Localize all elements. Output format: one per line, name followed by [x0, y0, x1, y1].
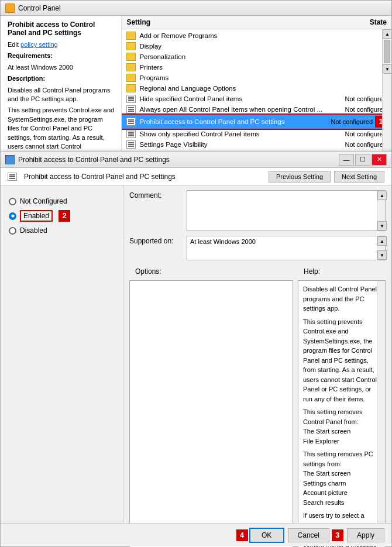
comment-scrollbar[interactable]: ▲ ▼ [377, 191, 385, 231]
minimize-button[interactable]: — [339, 154, 354, 166]
radio-not-configured-input[interactable] [9, 198, 16, 205]
comment-scroll-up[interactable]: ▲ [377, 191, 387, 200]
item-state: Not configured [322, 141, 387, 148]
list-item[interactable]: Settings Page VisibilityNot configured [122, 139, 391, 150]
policy-link[interactable]: policy setting [20, 41, 58, 48]
radio-disabled[interactable]: Disabled [9, 226, 115, 235]
requirements-title: Requirements: [8, 52, 53, 59]
nav-buttons: Previous Setting Next Setting [269, 171, 384, 183]
requirements-value: At least Windows 2000 [8, 63, 114, 72]
comment-scroll-down[interactable]: ▼ [377, 221, 387, 231]
policy-icon [126, 140, 136, 149]
list-item[interactable]: Regional and Language Options [122, 83, 391, 94]
supported-field: At least Windows 2000 ▲ ▼ [187, 236, 386, 260]
scroll-thumb[interactable] [384, 40, 390, 63]
supported-row: Supported on: At least Windows 2000 ▲ ▼ [129, 236, 386, 260]
folder-icon [126, 74, 136, 82]
badge-2: 2 [59, 210, 70, 222]
dialog-title: Prohibit access to Control Panel and PC … [18, 156, 335, 164]
list-item[interactable]: Show only specified Control Panel itemsN… [122, 129, 391, 139]
comment-textarea[interactable] [187, 191, 385, 209]
list-item[interactable]: Add or Remove Programs [122, 30, 391, 41]
folder-icon [126, 84, 136, 92]
item-state: Not configured [322, 95, 387, 102]
folder-icon [126, 53, 136, 61]
next-setting-button[interactable]: Next Setting [334, 171, 384, 183]
list-item[interactable]: Display [122, 41, 391, 51]
dialog-body: Not Configured Enabled 2 Disabled [1, 185, 391, 524]
supported-label: Supported on: [129, 236, 182, 245]
list-item[interactable]: Always open All Control Panel Items when… [122, 104, 391, 115]
item-label: Display [139, 43, 322, 50]
dialog-subtitle-icon [8, 173, 17, 181]
folder-icon [126, 42, 136, 50]
item-label: Show only specified Control Panel items [139, 130, 322, 137]
policy-icon [126, 130, 136, 138]
dialog-icon [5, 155, 15, 164]
radio-enabled-input[interactable] [9, 212, 16, 220]
apply-button[interactable]: Apply [347, 528, 384, 542]
comment-field[interactable]: ▲ ▼ [187, 190, 386, 231]
window-controls: — ☐ ✕ [339, 154, 387, 166]
radio-group: Not Configured Enabled 2 Disabled [9, 197, 115, 235]
item-label: Settings Page Visibility [139, 141, 322, 148]
help-section-label: Help: [304, 267, 380, 276]
help-scrollbar[interactable] [377, 281, 385, 547]
radio-options-pane: Not Configured Enabled 2 Disabled [1, 185, 123, 524]
help-paragraph: This setting prevents Control.exe and Sy… [303, 317, 380, 404]
radio-not-configured[interactable]: Not Configured [9, 197, 115, 205]
radio-disabled-input[interactable] [9, 227, 16, 235]
list-item[interactable]: Printers [122, 62, 391, 73]
list-item[interactable]: Hide specified Control Panel itemsNot co… [122, 94, 391, 104]
top-title: Control Panel [18, 4, 61, 12]
options-box [129, 280, 293, 547]
control-panel-window: Control Panel Prohibit access to Control… [0, 0, 392, 164]
description-title: Description: [8, 75, 45, 82]
dialog-right-pane: Comment: ▲ ▼ Supported on: At least Wind… [123, 185, 391, 524]
policy-icon [126, 118, 136, 126]
cancel-button[interactable]: Cancel [288, 528, 329, 542]
ok-badge-wrap: 4 OK [234, 528, 284, 543]
item-label: Programs [139, 74, 322, 81]
help-box: Disables all Control Panel programs and … [298, 280, 386, 547]
prev-setting-button[interactable]: Previous Setting [269, 171, 331, 183]
control-panel-icon [5, 4, 15, 13]
settings-list: Add or Remove ProgramsDisplayPersonaliza… [122, 29, 391, 151]
list-item[interactable]: Personalization [122, 51, 391, 62]
policy-icon [126, 105, 136, 113]
close-button[interactable]: ✕ [372, 154, 387, 166]
left-heading: Prohibit access to Control Panel and PC … [8, 20, 114, 37]
scroll-down-btn[interactable]: ▼ [383, 64, 391, 74]
radio-enabled[interactable]: Enabled 2 [9, 210, 115, 222]
list-header: Setting State [122, 16, 391, 29]
list-scroll-area: Add or Remove ProgramsDisplayPersonaliza… [122, 29, 391, 164]
settings-list-pane: Setting State Add or Remove ProgramsDisp… [122, 16, 391, 164]
folder-icon [126, 63, 136, 71]
list-item[interactable]: Programs [122, 73, 391, 83]
item-label: Add or Remove Programs [139, 32, 322, 39]
options-help-section: Disables all Control Panel programs and … [129, 280, 386, 547]
list-scrollbar[interactable]: ▲ ▼ [382, 29, 391, 164]
top-titlebar: Control Panel [1, 1, 391, 16]
description-text: Disables all Control Panel programs and … [8, 86, 114, 104]
radio-disabled-label: Disabled [20, 226, 47, 235]
col-state-header: State [322, 18, 387, 26]
radio-enabled-label: Enabled [23, 212, 49, 220]
dialog-subtitle-bar: Prohibit access to Control Panel and PC … [1, 168, 391, 185]
scroll-up-btn[interactable]: ▲ [383, 29, 391, 39]
item-label: Personalization [139, 53, 322, 60]
item-label: Prohibit access to Control Panel and PC … [139, 118, 308, 125]
supported-scrollbar[interactable]: ▲ ▼ [377, 236, 385, 260]
ok-button[interactable]: OK [249, 528, 284, 543]
item-state: Not configured [322, 106, 387, 113]
maximize-button[interactable]: ☐ [355, 154, 370, 166]
list-item[interactable]: Prohibit access to Control Panel and PC … [122, 115, 391, 129]
radio-not-configured-label: Not Configured [20, 197, 67, 205]
help-paragraph: This setting removes Control Panel from:… [303, 407, 380, 446]
cancel-badge-wrap: Cancel 3 [288, 528, 343, 542]
supported-scroll-down[interactable]: ▼ [377, 250, 387, 260]
badge-3: 3 [332, 529, 343, 541]
item-state: Not configured [322, 130, 387, 137]
item-state: Not configured [308, 118, 373, 125]
supported-scroll-up[interactable]: ▲ [377, 236, 387, 246]
